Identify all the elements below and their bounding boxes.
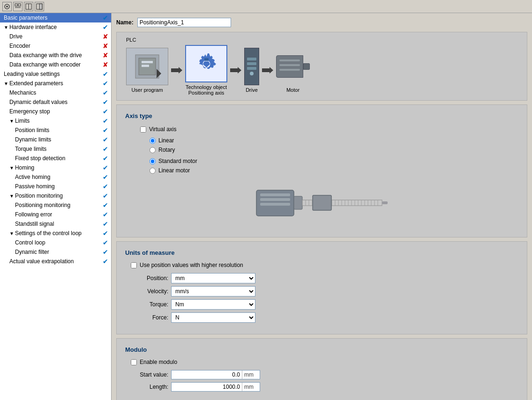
rotary-label: Rotary	[158, 147, 175, 153]
name-input[interactable]	[137, 18, 231, 27]
sidebar-item-actual-value[interactable]: Actual value extrapolation ✔	[0, 257, 111, 266]
enable-modulo-checkbox[interactable]	[131, 359, 137, 365]
modulo-content: Enable modulo Start value: mm Length: mm	[121, 355, 522, 398]
content-area: Name: PLC Use	[112, 13, 532, 400]
check-icon-dynamic-filter: ✔	[102, 248, 109, 256]
higher-res-checkbox[interactable]	[131, 262, 137, 268]
sidebar-item-emergency-stop[interactable]: Emergency stop ✔	[0, 107, 111, 116]
tech-obj-icon	[185, 45, 227, 82]
collapse-arrow-control: ▼	[9, 231, 14, 236]
check-icon-standstill: ✔	[102, 220, 109, 228]
drive-label: Drive	[246, 87, 258, 93]
svg-rect-22	[260, 198, 290, 201]
check-icon-fixed: ✔	[102, 155, 109, 162]
motor-box: Motor	[276, 48, 310, 93]
linear-radio-item: Linear	[150, 137, 503, 144]
sidebar-item-positioning-monitoring[interactable]: Positioning monitoring ✔	[0, 200, 111, 210]
sidebar-item-dynamic-default[interactable]: Dynamic default values ✔	[0, 97, 111, 107]
drive-box: Drive	[244, 48, 259, 93]
cross-icon-data-encoder: ✘	[102, 61, 109, 68]
sidebar-item-encoder[interactable]: Encoder ✘	[0, 41, 111, 51]
sidebar-item-mechanics[interactable]: Mechanics ✔	[0, 88, 111, 97]
higher-res-label: Use position values with higher resoluti…	[140, 262, 243, 268]
toolbar-btn-3[interactable]	[24, 2, 33, 11]
virtual-axis-label: Virtual axis	[149, 126, 176, 133]
enable-modulo-item: Enable modulo	[131, 359, 513, 365]
svg-rect-21	[260, 193, 290, 196]
linear-motor-item: Linear motor	[150, 167, 503, 174]
check-icon-actual-value: ✔	[102, 258, 109, 265]
linear-label: Linear	[158, 137, 174, 144]
linear-radio[interactable]	[150, 138, 156, 144]
sidebar-item-active-homing[interactable]: Active homing ✔	[0, 172, 111, 182]
force-row: Force: N kN	[131, 312, 513, 323]
sidebar-item-data-exchange-drive[interactable]: Data exchange with the drive ✘	[0, 51, 111, 60]
toolbar-btn-2[interactable]	[13, 2, 22, 11]
sidebar-item-basic-parameters[interactable]: Basic parameters ✔	[0, 13, 111, 22]
torque-select[interactable]: Nm kNm	[171, 299, 255, 310]
check-icon-basic-parameters: ✔	[102, 14, 109, 22]
sidebar-item-position-monitoring[interactable]: ▼ Position monitoring ✔	[0, 191, 111, 200]
svg-rect-23	[260, 203, 290, 206]
svg-marker-19	[262, 67, 273, 74]
sidebar-item-following-error[interactable]: Following error ✔	[0, 210, 111, 219]
motor-icon	[276, 48, 310, 85]
sidebar-item-extended-params[interactable]: ▼ Extended parameters ✔	[0, 79, 111, 88]
sidebar-item-torque-limits[interactable]: Torque limits ✔	[0, 144, 111, 154]
check-icon-extended: ✔	[102, 80, 109, 87]
motor-illustration	[140, 178, 503, 223]
sidebar-item-leading-value[interactable]: Leading value settings ✔	[0, 69, 111, 79]
virtual-axis-item: Virtual axis	[140, 126, 503, 133]
check-icon-leading: ✔	[102, 70, 109, 78]
user-program-icon	[126, 48, 168, 85]
sidebar-item-limits[interactable]: ▼ Limits ✔	[0, 116, 111, 126]
svg-rect-16	[204, 58, 209, 61]
start-value-input[interactable]	[172, 370, 242, 379]
toolbar-btn-1[interactable]	[2, 2, 12, 11]
standard-motor-item: Standard motor	[150, 158, 503, 164]
drive-icon	[244, 48, 259, 85]
check-icon-homing: ✔	[102, 164, 109, 171]
svg-rect-11	[142, 61, 153, 63]
sidebar-item-drive[interactable]: Drive ✘	[0, 32, 111, 41]
sidebar-item-data-exchange-encoder[interactable]: Data exchange with encoder ✘	[0, 60, 111, 69]
svg-point-1	[6, 6, 8, 7]
sidebar-item-control-loop-settings[interactable]: ▼ Settings of the control loop ✔	[0, 229, 111, 238]
sidebar-item-position-limits[interactable]: Position limits ✔	[0, 126, 111, 135]
velocity-row: Velocity: mm/s cm/s m/s	[131, 286, 513, 296]
force-select[interactable]: N kN	[171, 312, 255, 323]
check-icon-mechanics: ✔	[102, 89, 109, 96]
svg-rect-3	[18, 4, 21, 6]
length-input[interactable]	[172, 383, 242, 391]
standard-motor-radio[interactable]	[150, 158, 156, 164]
cross-icon-drive: ✘	[102, 33, 109, 40]
main-area: Basic parameters ✔ ▼ Hardware interface …	[0, 13, 532, 400]
sidebar-item-dynamic-limits[interactable]: Dynamic limits ✔	[0, 135, 111, 144]
velocity-select[interactable]: mm/s cm/s m/s	[171, 286, 255, 296]
collapse-arrow-homing: ▼	[9, 165, 14, 170]
axis-type-title: Axis type	[121, 110, 522, 121]
sidebar-item-fixed-stop[interactable]: Fixed stop detection ✔	[0, 154, 111, 163]
length-unit: mm	[242, 383, 255, 391]
check-icon-control-loop: ✔	[102, 239, 109, 246]
position-select[interactable]: mm cm m inch	[171, 273, 255, 283]
length-row: Length: mm	[131, 382, 513, 392]
svg-marker-18	[230, 67, 241, 74]
svg-rect-8	[39, 4, 42, 9]
name-label: Name:	[116, 19, 134, 26]
length-label: Length:	[131, 384, 168, 390]
sidebar-item-passive-homing[interactable]: Passive homing ✔	[0, 182, 111, 191]
sidebar-item-homing[interactable]: ▼ Homing ✔	[0, 163, 111, 172]
sidebar-item-control-loop[interactable]: Control loop ✔	[0, 238, 111, 247]
position-label: Position:	[131, 275, 168, 281]
user-program-label: User program	[131, 87, 163, 93]
sidebar-item-hardware-interface[interactable]: ▼ Hardware interface ✔	[0, 22, 111, 32]
rotary-radio[interactable]	[150, 147, 156, 153]
linear-motor-radio[interactable]	[150, 168, 156, 174]
velocity-label: Velocity:	[131, 288, 168, 295]
sidebar-item-dynamic-filter[interactable]: Dynamic filter ✔	[0, 247, 111, 257]
enable-modulo-label: Enable modulo	[140, 359, 177, 365]
toolbar-btn-4[interactable]	[35, 2, 44, 11]
virtual-axis-checkbox[interactable]	[140, 126, 146, 133]
sidebar-item-standstill[interactable]: Standstill signal ✔	[0, 219, 111, 229]
